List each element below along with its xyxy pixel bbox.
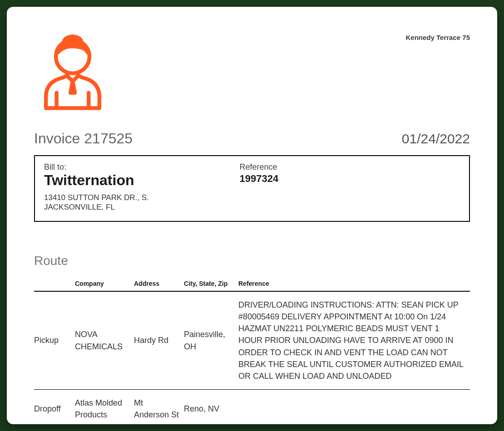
bill-to-right: Reference 1997324 <box>240 162 460 212</box>
invoice-number: Invoice 217525 <box>34 130 133 147</box>
bill-to-box: Bill to: Twitternation 13410 SUTTON PARK… <box>34 155 470 222</box>
reference-label: Reference <box>240 162 460 172</box>
route-col-type <box>34 277 75 291</box>
invoice-title-row: Invoice 217525 01/24/2022 <box>34 130 470 147</box>
route-company: Atlas Molded Products <box>75 389 134 424</box>
invoice-date: 01/24/2022 <box>402 131 470 147</box>
route-city: Painesville, OH <box>184 291 238 389</box>
document-header: Kennedy Terrace 75 <box>34 32 470 116</box>
route-col-address: Address <box>134 277 184 291</box>
route-col-city: City, State, Zip <box>184 277 238 291</box>
invoice-document: Kennedy Terrace 75 Invoice 217525 01/24/… <box>7 7 497 424</box>
route-company: NOVA CHEMICALS <box>75 291 134 389</box>
route-address: Hardy Rd <box>134 291 184 389</box>
bill-to-address: 13410 SUTTON PARK DR., S. JACKSONVILLE, … <box>44 193 240 212</box>
company-address: Kennedy Terrace 75 <box>406 32 470 41</box>
table-row: Pickup NOVA CHEMICALS Hardy Rd Painesvil… <box>34 291 470 389</box>
route-type: Dropoff <box>34 389 75 424</box>
bill-to-label: Bill to: <box>44 162 240 172</box>
route-col-company: Company <box>75 277 134 291</box>
route-table-header-row: Company Address City, State, Zip Referen… <box>34 277 470 291</box>
route-reference: DRIVER/LOADING INSTRUCTIONS: ATTN: SEAN … <box>238 291 470 389</box>
route-col-reference: Reference <box>238 277 470 291</box>
route-type: Pickup <box>34 291 75 389</box>
person-icon <box>34 32 111 116</box>
route-section-title: Route <box>34 254 470 268</box>
bill-to-company: Twitternation <box>44 173 240 188</box>
bill-to-address-line2: JACKSONVILLE, FL <box>44 203 115 211</box>
route-table: Company Address City, State, Zip Referen… <box>34 277 470 424</box>
table-row: Dropoff Atlas Molded Products Mt Anderso… <box>34 389 470 424</box>
route-city: Reno, NV <box>184 389 238 424</box>
reference-value: 1997324 <box>240 173 460 185</box>
route-reference <box>238 389 470 424</box>
bill-to-address-line1: 13410 SUTTON PARK DR., S. <box>44 193 149 202</box>
company-logo <box>34 32 111 116</box>
bill-to-left: Bill to: Twitternation 13410 SUTTON PARK… <box>44 162 240 212</box>
route-address: Mt Anderson St <box>134 389 184 424</box>
